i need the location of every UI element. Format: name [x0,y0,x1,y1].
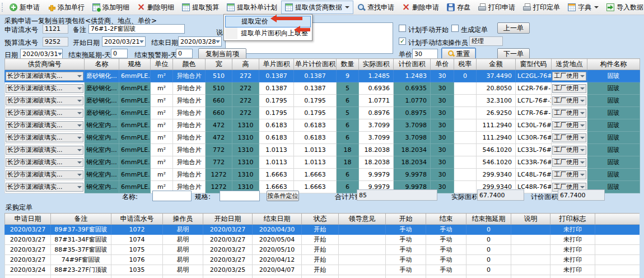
table-cell[interactable]: m² [151,156,173,169]
table-cell[interactable]: 1310 [232,132,259,144]
table-cell[interactable]: 2020/03/27 [203,225,253,235]
table-cell[interactable]: 660 [206,95,232,107]
table-cell[interactable] [511,245,550,255]
table-cell[interactable]: 30 [431,107,454,119]
table-cell[interactable]: 30 [431,82,454,95]
table-row[interactable]: 长沙市潇湘玻璃实...磨砂钢化...6mmPLE...m²异地合片6602720… [5,95,640,107]
cell-combo[interactable]: 长沙市潇湘玻璃实... [6,133,83,142]
table-cell[interactable]: 固玻 [587,95,640,107]
manual-end-checkbox[interactable] [399,38,406,45]
column-header[interactable]: 数量 [337,59,359,70]
cell-combo[interactable]: 长沙市潇湘玻璃实... [6,96,83,105]
table-cell[interactable]: 异地合片 [173,70,206,82]
table-cell[interactable]: 1.6663 [294,181,337,193]
cell-combo[interactable]: 工厂使用 [552,96,586,105]
cell-combo[interactable]: 工厂使用 [552,84,586,93]
warn-days-input[interactable] [176,49,193,58]
name-filter-input[interactable] [152,191,192,201]
table-cell[interactable]: 2020/05/04 [253,235,302,245]
table-cell[interactable]: 1310 [232,119,259,132]
table-cell[interactable]: 固玻 [587,156,640,169]
table-cell[interactable]: 111.2940 [477,132,516,144]
column-header[interactable]: 实际面积 [359,59,394,70]
table-cell[interactable]: 88#35-37F窗固玻 [51,245,111,255]
toolbar-new-application-button[interactable]: 新申请 [6,1,44,14]
column-header[interactable]: 税率 [454,59,477,70]
table-cell[interactable]: 工厂使用 [552,156,587,169]
table-cell[interactable]: LC33L-76#... [516,144,552,156]
column-header[interactable]: 高 [232,59,259,70]
table-cell[interactable]: 510 [206,82,232,95]
table-row[interactable]: 长沙市潇湘玻璃实...磨砂钢化...6mmPLE...m²异地合片6602720… [5,107,640,119]
table-cell[interactable]: 89#37-39F窗固玻 [51,225,111,235]
table-cell[interactable]: 手动 [426,225,466,235]
table-cell[interactable]: m² [151,70,173,82]
table-cell[interactable]: LC30L-76#... [516,119,552,132]
table-cell[interactable]: 长沙市潇湘玻璃实... [5,82,85,95]
table-cell[interactable]: 手动 [426,235,466,245]
table-cell[interactable]: 0.1795 [259,95,294,107]
table-cell[interactable]: 磨砂钢化... [85,82,119,95]
table-cell[interactable] [339,265,386,275]
table-cell[interactable]: 9.9978 [394,169,431,181]
table-cell[interactable]: 钢化室内... [85,144,119,156]
table-cell[interactable]: 长沙市潇湘玻璃实... [5,95,85,107]
table-cell[interactable]: 开始 [302,245,339,255]
table-cell[interactable]: 长沙市潇湘玻璃实... [5,144,85,156]
table-cell[interactable]: 3.7098 [394,132,431,144]
table-cell[interactable]: 工厂使用 [552,95,587,107]
toolbar-dictionary-button[interactable]: 字典 [564,1,603,14]
table-cell[interactable]: 工厂使用 [552,82,587,95]
table-cell[interactable]: 26.9250 [477,107,516,119]
table-cell[interactable]: 磨砂钢化... [85,107,119,119]
table-cell[interactable]: 手动 [386,235,426,245]
table-row[interactable]: 2020/03/2788#35-37F窗固玻1075易明2020/03/2720… [5,245,640,255]
table-cell[interactable]: 272 [232,107,259,119]
table-cell[interactable]: 6mmPLE... [119,169,151,181]
table-cell[interactable]: 异地合片 [173,169,206,181]
table-cell[interactable]: 30 [431,144,454,156]
table-cell[interactable]: 未打印 [550,235,595,245]
table-cell[interactable]: 2020/04/30 [253,225,302,235]
spec-filter-input[interactable] [220,191,260,201]
table-cell[interactable]: 1.6663 [294,169,337,181]
table-cell[interactable]: 长沙市潇湘玻璃实... [5,70,85,82]
column-header[interactable]: 申请流水号 [111,214,163,225]
table-cell[interactable]: 0.1387 [259,82,294,95]
table-cell[interactable]: 1272 [206,169,232,181]
table-cell[interactable]: 6mmPLE... [119,119,151,132]
cell-combo[interactable]: 长沙市潇湘玻璃实... [6,170,83,179]
table-cell[interactable]: 0 [466,265,511,275]
table-cell[interactable] [454,132,477,144]
cell-combo[interactable]: 长沙市潇湘玻璃实... [6,72,83,81]
table-cell[interactable]: 未打印 [550,255,595,265]
table-cell[interactable]: 18 [337,144,359,156]
table-cell[interactable]: m² [151,119,173,132]
manual-start-checkbox[interactable] [399,25,406,32]
toolbar-print-order-button[interactable]: 打印定单 [519,1,564,14]
table-cell[interactable]: 异地合片 [173,82,206,95]
column-header[interactable]: 操作员 [163,214,203,225]
table-cell[interactable]: 固玻 [587,132,640,144]
copy-current-item-button[interactable]: 复制当前项 [198,48,246,59]
table-cell[interactable]: 1076 [111,255,163,265]
toolbar-extract-supplement-plan-button[interactable]: 提取补单计划 [223,1,281,14]
table-cell[interactable]: 30 [431,169,454,181]
locate-by-condition-button[interactable]: 按条件定位 [267,191,299,201]
table-cell[interactable]: 2020/03/25 [203,265,253,275]
table-cell[interactable]: LC2R-76#-1F [516,82,552,95]
table-row[interactable]: 2020/03/2787#31-34F窗固玻1074易明2020/03/2720… [5,235,640,245]
table-cell[interactable]: 2020/03/24 [5,265,51,275]
column-header[interactable]: 名称 [85,59,119,70]
date-combo[interactable]: 2020/03/31 [20,49,63,59]
table-row[interactable]: 长沙市潇湘玻璃实...磨砂钢化...6mmPLE...m²异地合片5102720… [5,70,640,82]
table-cell[interactable]: 手动 [426,245,466,255]
table-cell[interactable]: 660 [206,107,232,119]
table-cell[interactable]: 37.4490 [477,70,516,82]
table-cell[interactable]: 88#23-27F门顶玻 [51,265,111,275]
remark-input[interactable] [88,24,185,34]
end-date-combo[interactable]: 2020/03/28 [178,36,222,47]
table-cell[interactable]: 0.1795 [259,107,294,119]
table-cell[interactable]: 工厂使用 [552,169,587,181]
table-row[interactable]: 长沙市潇湘玻璃实...钢化室内...6mmPLE...m²异地合片1272131… [5,169,640,181]
